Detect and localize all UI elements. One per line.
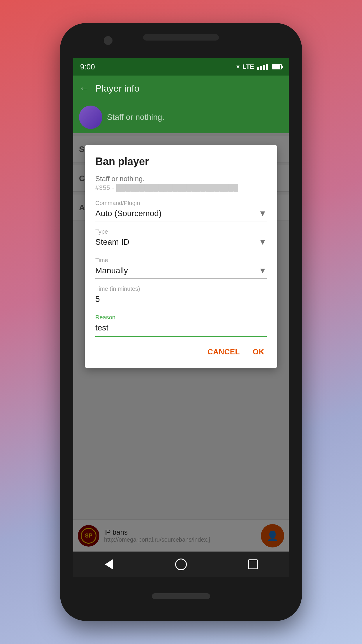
earpiece-speaker [143,34,219,41]
phone-screen: 9:00 ▾ LTE ← Player info [73,58,289,577]
nav-back-icon [105,559,113,570]
type-field-group: Type Steam ID ▼ [95,228,267,250]
type-dropdown-arrow: ▼ [259,237,267,247]
nav-home-icon [175,559,187,570]
phone: 9:00 ▾ LTE ← Player info [60,23,302,621]
nav-home-button[interactable] [172,556,190,573]
nav-bar [73,552,289,577]
dialog-title: Ban player [95,155,267,168]
app-bar: ← Player info [73,76,289,101]
time-value: Manually [95,266,128,275]
signal-bar-3 [263,65,265,70]
cancel-button[interactable]: CANCEL [205,344,242,360]
player-info-header: Staff or nothing. [73,101,289,133]
time-label: Time [95,257,267,264]
home-button-physical [152,593,210,599]
phone-bottom-bezel [60,577,302,615]
text-cursor [109,325,109,333]
ok-button[interactable]: OK [250,344,267,360]
status-icons: ▾ LTE [236,63,282,71]
command-field-group: Command/Plugin Auto (Sourcemod) ▼ [95,200,267,221]
signal-bar-2 [260,66,262,70]
reason-value: test [95,323,108,332]
battery-icon [272,64,282,69]
time-dropdown-arrow: ▼ [259,266,267,275]
signal-bar-1 [257,67,259,70]
reason-input[interactable]: test [95,323,267,337]
wifi-icon: ▾ [236,63,240,71]
command-select[interactable]: Auto (Sourcemod) ▼ [95,209,267,221]
minutes-value: 5 [95,295,100,304]
time-field-group: Time Manually ▼ [95,257,267,279]
battery-fill [273,65,280,69]
dialog-actions: CANCEL OK [95,344,267,360]
dialog-player-id: #355 - ██████████████████████████ [95,184,267,192]
reason-label: Reason [95,314,267,321]
signal-bars [257,64,268,70]
command-label: Command/Plugin [95,200,267,206]
ban-player-dialog: Ban player Staff or nothing. #355 - ████… [85,145,277,368]
lte-icon: LTE [242,63,254,71]
front-camera [104,36,113,45]
minutes-field-group: Time (in minutes) 5 [95,286,267,307]
reason-field-group: Reason test [95,314,267,337]
type-value: Steam ID [95,237,129,247]
signal-bar-4 [266,64,268,70]
nav-recents-button[interactable] [244,556,262,573]
dialog-player-name: Staff or nothing. [95,175,267,183]
time-select[interactable]: Manually ▼ [95,266,267,279]
nav-back-button[interactable] [100,556,118,573]
command-dropdown-arrow: ▼ [259,209,267,218]
type-label: Type [95,228,267,235]
nav-recents-icon [248,559,258,569]
status-bar: 9:00 ▾ LTE [73,58,289,76]
app-bar-title: Player info [95,83,139,94]
phone-top-bezel [60,23,302,58]
dialog-overlay: Ban player Staff or nothing. #355 - ████… [73,133,289,552]
player-avatar [79,106,102,129]
minutes-label: Time (in minutes) [95,286,267,292]
status-time: 9:00 [80,62,95,71]
player-name-bg: Staff or nothing. [107,113,164,122]
back-button[interactable]: ← [79,82,89,94]
command-value: Auto (Sourcemod) [95,209,161,218]
main-content: S C A SP IP bans http://omega-portal.ru/… [73,133,289,552]
type-select[interactable]: Steam ID ▼ [95,237,267,250]
minutes-input[interactable]: 5 [95,295,267,307]
